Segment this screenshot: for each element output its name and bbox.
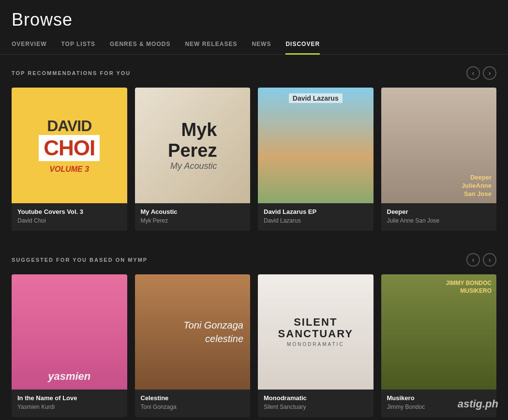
section-title-mymp: SUGGESTED FOR YOU BASED ON MYMP [12,257,148,263]
mymp-next-button[interactable]: › [483,253,496,267]
tab-new-releases[interactable]: NEW RELEASES [185,35,237,55]
album-name-david-lazarus: David Lazarus EP [264,208,368,215]
album-info-silent: Monodramatic Silent Sanctuary [258,390,374,417]
album-card-toni[interactable]: Toni Gonzagacelestine Celestine Toni Gon… [135,274,251,418]
album-artist-myk-perez: Myk Perez [141,217,245,224]
album-card-jimmy[interactable]: JIMMY BONDOCMUSIKERO Musikero Jimmy Bond… [381,274,497,418]
julie-anne-art-label: DeeperJulieAnneSan Jose [462,174,492,198]
mymp-prev-button[interactable]: ‹ [466,253,480,267]
album-card-david-lazarus[interactable]: David Lazarus David Lazarus EP David Laz… [258,88,374,231]
album-artist-toni: Toni Gonzaga [141,404,245,410]
album-artist-yasmien: Yasmien Kurdi [17,404,121,410]
myk-perez-art-label: Myk Perez My Acoustic [163,115,222,176]
album-art-jimmy: JIMMY BONDOCMUSIKERO [381,274,497,390]
album-art-david-lazarus: David Lazarus [258,88,374,203]
tab-top-lists[interactable]: TOP LISTS [61,35,95,55]
album-name-myk-perez: My Acoustic [141,208,245,215]
choi-label: CHOI [39,135,100,161]
album-info-david-lazarus: David Lazarus EP David Lazarus [258,203,374,231]
recommendations-next-button[interactable]: › [483,66,496,80]
album-artist-silent: Silent Sanctuary [264,404,368,410]
album-artist-david-lazarus: David Lazarus [264,217,368,224]
album-name-julie-anne: Deeper [387,208,491,215]
volume-label: VOLUME 3 [49,165,89,174]
tab-discover[interactable]: DISCOVER [285,35,320,55]
silent-art-title: SILENTSANCTUARY [278,316,353,340]
toni-art-label: Toni Gonzagacelestine [183,318,243,345]
recommendations-grid: DAVID CHOI VOLUME 3 Youtube Covers Vol. … [12,88,496,231]
album-info-yasmien: In the Name of Love Yasmien Kurdi [12,390,127,417]
album-card-david-choi[interactable]: DAVID CHOI VOLUME 3 Youtube Covers Vol. … [12,88,127,231]
david-lazarus-art-title: David Lazarus [289,93,343,103]
david-label: DAVID [47,117,91,135]
album-name-silent: Monodramatic [264,394,368,402]
album-art-yasmien: yasmien [12,274,127,390]
jimmy-art-label: JIMMY BONDOCMUSIKERO [446,279,492,296]
silent-art-sub: MONODRAMATIC [287,342,344,347]
tab-news[interactable]: NEWS [252,35,271,55]
recommendations-nav-arrows: ‹ › [466,66,496,80]
album-art-david-choi: DAVID CHOI VOLUME 3 [12,88,127,203]
album-artist-david-choi: David Choi [17,217,121,224]
recommendations-prev-button[interactable]: ‹ [466,66,480,80]
album-info-toni: Celestine Toni Gonzaga [135,390,251,417]
section-header-recommendations: TOP RECOMMENDATIONS FOR YOU ‹ › [12,66,496,80]
album-card-myk-perez[interactable]: Myk Perez My Acoustic My Acoustic Myk Pe… [135,88,251,231]
album-info-david-choi: Youtube Covers Vol. 3 David Choi [12,203,127,231]
album-info-julie-anne: Deeper Julie Anne San Jose [381,203,497,231]
album-art-myk-perez: Myk Perez My Acoustic [135,88,251,203]
page-title: Browse [12,10,496,30]
album-art-toni: Toni Gonzagacelestine [135,274,251,390]
album-info-myk-perez: My Acoustic Myk Perez [135,203,251,231]
nav-tabs: OVERVIEW TOP LISTS GENRES & MOODS NEW RE… [0,35,508,55]
section-header-mymp: SUGGESTED FOR YOU BASED ON MYMP ‹ › [12,253,496,267]
mymp-nav-arrows: ‹ › [466,253,496,267]
album-card-julie-anne[interactable]: DeeperJulieAnneSan Jose Deeper Julie Ann… [381,88,497,231]
album-art-julie-anne: DeeperJulieAnneSan Jose [381,88,497,203]
page-wrapper: Browse OVERVIEW TOP LISTS GENRES & MOODS… [0,0,508,420]
album-card-yasmien[interactable]: yasmien In the Name of Love Yasmien Kurd… [12,274,127,418]
album-artist-julie-anne: Julie Anne San Jose [387,217,491,224]
album-card-silent[interactable]: SILENTSANCTUARY MONODRAMATIC Monodramati… [258,274,374,418]
watermark: astig.ph [458,398,498,410]
mymp-grid: yasmien In the Name of Love Yasmien Kurd… [12,274,496,418]
tab-genres-moods[interactable]: GENRES & MOODS [110,35,170,55]
top-recommendations-section: TOP RECOMMENDATIONS FOR YOU ‹ › DAVID CH… [0,55,508,236]
album-art-silent: SILENTSANCTUARY MONODRAMATIC [258,274,374,390]
album-name-toni: Celestine [141,394,245,402]
album-name-yasmien: In the Name of Love [17,394,121,402]
yasmien-art-label: yasmien [48,370,90,383]
section-title-recommendations: TOP RECOMMENDATIONS FOR YOU [12,70,131,76]
album-name-david-choi: Youtube Covers Vol. 3 [17,208,121,215]
page-header: Browse [0,0,508,35]
suggested-mymp-section: SUGGESTED FOR YOU BASED ON MYMP ‹ › yasm… [0,241,508,420]
tab-overview[interactable]: OVERVIEW [12,35,46,55]
